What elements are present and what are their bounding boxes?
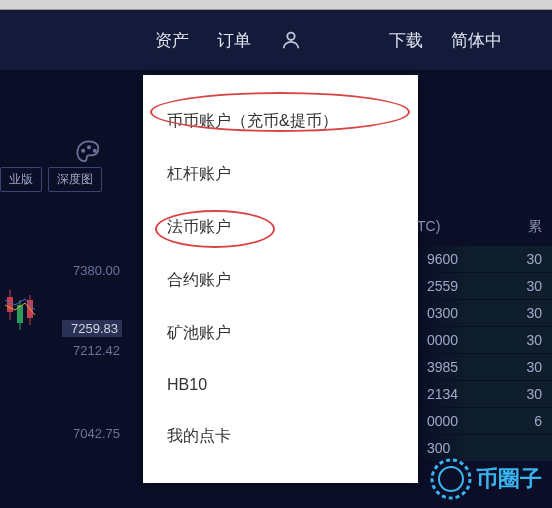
assets-dropdown: 币币账户（充币&提币） 杠杆账户 法币账户 合约账户 矿池账户 HB10 我的点… xyxy=(143,75,418,483)
chart-area: 7380.00 7259.83 7212.42 7042.75 xyxy=(0,200,145,500)
dropdown-item-futures[interactable]: 合约账户 xyxy=(143,254,418,307)
row-qty: 2559 xyxy=(427,278,458,294)
svg-point-0 xyxy=(287,33,294,40)
watermark-logo-icon xyxy=(430,458,472,500)
top-nav: 资产 订单 下载 简体中 xyxy=(0,10,552,70)
row-cum: 30 xyxy=(526,332,542,348)
chart-buttons: 业版 深度图 xyxy=(0,167,102,192)
row-cum: 30 xyxy=(526,251,542,267)
depth-chart-button[interactable]: 深度图 xyxy=(48,167,102,192)
orderbook: TC) 累 9600 30 2559 30 0300 30 0000 30 39… xyxy=(417,218,552,462)
orderbook-row[interactable]: 0000 30 xyxy=(417,327,552,353)
orderbook-row[interactable]: 9600 30 xyxy=(417,246,552,272)
row-qty: 0300 xyxy=(427,305,458,321)
svg-point-2 xyxy=(88,146,90,148)
row-qty: 300 xyxy=(427,440,450,456)
nav-orders[interactable]: 订单 xyxy=(217,29,251,52)
price-label: 7380.00 xyxy=(60,263,120,278)
row-qty: 0000 xyxy=(427,332,458,348)
nav-lang[interactable]: 简体中 xyxy=(451,29,502,52)
orderbook-row[interactable]: 0300 30 xyxy=(417,300,552,326)
dropdown-item-hb10[interactable]: HB10 xyxy=(143,360,418,410)
user-icon[interactable] xyxy=(279,28,303,52)
svg-point-1 xyxy=(82,149,84,151)
orderbook-header: TC) 累 xyxy=(417,218,552,246)
row-cum: 30 xyxy=(526,305,542,321)
nav-assets[interactable]: 资产 xyxy=(155,29,189,52)
orderbook-row[interactable]: 0000 6 xyxy=(417,408,552,434)
row-cum: 30 xyxy=(526,278,542,294)
nav-download[interactable]: 下载 xyxy=(389,29,423,52)
row-qty: 3985 xyxy=(427,359,458,375)
row-qty: 0000 xyxy=(427,413,458,429)
price-current: 7259.83 xyxy=(62,320,122,337)
svg-point-10 xyxy=(432,460,470,498)
row-cum: 30 xyxy=(526,359,542,375)
header-qty: TC) xyxy=(417,218,440,236)
candlestick-chart xyxy=(5,285,45,349)
svg-rect-5 xyxy=(7,297,13,312)
watermark-text: 币圈子 xyxy=(476,464,542,494)
orderbook-row[interactable]: 2559 30 xyxy=(417,273,552,299)
browser-chrome xyxy=(0,0,552,10)
dropdown-item-pool[interactable]: 矿池账户 xyxy=(143,307,418,360)
price-label: 7212.42 xyxy=(60,343,120,358)
svg-point-3 xyxy=(94,149,96,151)
dropdown-item-margin[interactable]: 杠杆账户 xyxy=(143,148,418,201)
row-qty: 2134 xyxy=(427,386,458,402)
watermark: 币圈子 xyxy=(430,458,542,500)
svg-point-11 xyxy=(439,467,463,491)
price-label: 7042.75 xyxy=(60,426,120,441)
header-cum: 累 xyxy=(528,218,542,236)
dropdown-item-points[interactable]: 我的点卡 xyxy=(143,410,418,463)
pro-version-button[interactable]: 业版 xyxy=(0,167,42,192)
orderbook-row[interactable]: 2134 30 xyxy=(417,381,552,407)
row-qty: 9600 xyxy=(427,251,458,267)
palette-icon[interactable] xyxy=(75,139,103,167)
row-cum: 6 xyxy=(534,413,542,429)
row-cum: 30 xyxy=(526,386,542,402)
dropdown-item-fiat[interactable]: 法币账户 xyxy=(143,201,418,254)
orderbook-row[interactable]: 3985 30 xyxy=(417,354,552,380)
dropdown-item-spot[interactable]: 币币账户（充币&提币） xyxy=(143,95,418,148)
